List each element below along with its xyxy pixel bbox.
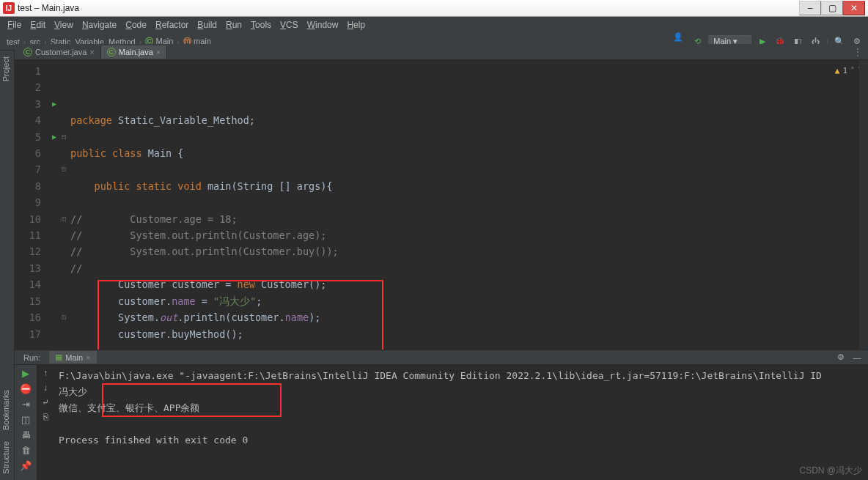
editor-tab[interactable]: CMain.java× — [101, 45, 168, 59]
run-toolbar: ▶ ⛔ ⇥ ◫ 🖶 🗑 📌 — [15, 365, 37, 480]
scroll-icon[interactable]: ⎘ — [43, 412, 48, 422]
run-tool-header: Run: ▦ Main × ⚙ — — [15, 350, 868, 365]
maximize-button[interactable]: ▢ — [821, 1, 843, 15]
menu-help[interactable]: Help — [342, 18, 369, 32]
close-tab-icon[interactable]: × — [156, 48, 161, 56]
tab-label: Customer.java — [35, 48, 87, 56]
line-gutter: 1234567891011121314151617 — [15, 60, 47, 350]
pin-button[interactable]: 📌 — [20, 460, 32, 471]
bookmarks-tool-tab[interactable]: Bookmarks — [0, 384, 12, 436]
chevron-up-icon[interactable]: ˄ — [850, 63, 855, 79]
class-icon: C — [107, 48, 116, 56]
menu-build[interactable]: Build — [193, 18, 221, 32]
warning-count: 1 — [842, 63, 847, 79]
run-tool-body: ▶ ⛔ ⇥ ◫ 🖶 🗑 📌 ↑ ↓ ⤶ ⎘ F:\Java\bin\java.e… — [15, 365, 868, 480]
run-label: Run: — [18, 353, 46, 362]
menu-navigate[interactable]: Navigate — [78, 18, 121, 32]
code-editor[interactable]: 1234567891011121314151617 ▶ ▶ ⊟ ⊟ ⊡ ⊡ ▲ … — [15, 60, 868, 350]
structure-tool-tab[interactable]: Structure — [0, 435, 12, 480]
close-run-tab-icon[interactable]: × — [86, 353, 90, 362]
fold-column[interactable]: ⊟ ⊟ ⊡ ⊡ — [62, 60, 70, 350]
menu-code[interactable]: Code — [121, 18, 151, 32]
run-settings-icon[interactable]: ⚙ — [834, 351, 847, 364]
window-title: test – Main.java — [18, 3, 799, 13]
code-area[interactable]: ▲ 1 ˄ ˅ package Static_Variable_Method; … — [70, 60, 868, 350]
left-sidebar: Project Bookmarks Structure — [0, 51, 15, 480]
console-output[interactable]: F:\Java\bin\java.exe "-javaagent:F:\JetB… — [54, 365, 868, 480]
run-markers[interactable]: ▶ ▶ — [47, 60, 62, 350]
close-button[interactable]: ✕ — [843, 1, 865, 15]
menu-tools[interactable]: Tools — [246, 18, 276, 32]
tabs-menu-icon[interactable]: ⋮ — [853, 47, 868, 57]
tab-label: Main.java — [119, 48, 153, 56]
class-icon: C — [23, 48, 32, 56]
title-bar: IJ test – Main.java – ▢ ✕ — [0, 0, 868, 17]
app-icon: IJ — [3, 2, 15, 14]
menu-run[interactable]: Run — [221, 18, 246, 32]
editor-tab[interactable]: CCustomer.java× — [18, 45, 101, 59]
warning-icon: ▲ — [835, 63, 840, 79]
menu-file[interactable]: File — [3, 18, 26, 32]
run-tab-label: Main — [65, 353, 83, 362]
menu-window[interactable]: Window — [303, 18, 343, 32]
delete-button[interactable]: 🗑 — [21, 445, 31, 456]
rerun-button[interactable]: ▶ — [22, 368, 29, 379]
menu-view[interactable]: View — [50, 18, 78, 32]
down-icon[interactable]: ↓ — [43, 383, 48, 393]
layout-button[interactable]: ◫ — [21, 414, 30, 425]
minimize-button[interactable]: – — [799, 1, 821, 15]
editor-scrollbar[interactable] — [859, 60, 868, 350]
run-nav-toolbar: ↑ ↓ ⤶ ⎘ — [37, 365, 54, 480]
up-icon[interactable]: ↑ — [43, 368, 48, 378]
exit-button[interactable]: ⇥ — [22, 399, 30, 410]
wrap-icon[interactable]: ⤶ — [42, 397, 49, 407]
menu-bar: FileEditViewNavigateCodeRefactorBuildRun… — [0, 17, 868, 33]
print-button[interactable]: 🖶 — [21, 429, 31, 440]
run-tab[interactable]: ▦ Main × — [49, 351, 96, 363]
editor-tabs: CCustomer.java×CMain.java×⋮ — [15, 44, 868, 60]
hide-panel-icon[interactable]: — — [850, 351, 864, 364]
menu-vcs[interactable]: VCS — [276, 18, 303, 32]
inspection-status[interactable]: ▲ 1 ˄ ˅ — [835, 63, 862, 79]
menu-edit[interactable]: Edit — [26, 18, 50, 32]
close-tab-icon[interactable]: × — [89, 48, 94, 56]
stop-button[interactable]: ⛔ — [20, 383, 32, 394]
menu-refactor[interactable]: Refactor — [151, 18, 193, 32]
project-tool-tab[interactable]: Project — [0, 51, 12, 87]
watermark: CSDN @冯大少 — [799, 465, 862, 477]
